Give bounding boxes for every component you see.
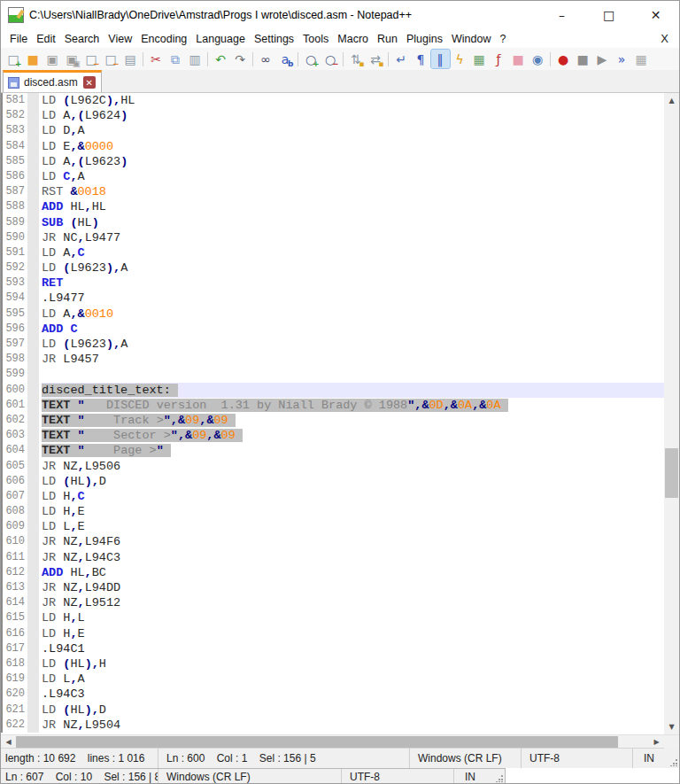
word-wrap-icon[interactable]: ↵ <box>392 50 411 68</box>
new-file-icon[interactable]: □+ <box>4 50 23 68</box>
code-text[interactable]: LD A,(L9624) <box>42 108 664 123</box>
show-all-characters-icon[interactable]: ¶ <box>412 50 430 68</box>
code-text[interactable]: TEXT " Sector >",&09,&09 <box>42 428 664 443</box>
code-text[interactable]: LD L,A <box>42 671 664 687</box>
save-icon[interactable]: ▣ <box>43 50 62 68</box>
code-text[interactable]: LD H,C <box>42 489 664 504</box>
sync-vertical-scroll-icon[interactable]: ⇅▪ <box>347 50 366 68</box>
code-text[interactable] <box>42 367 664 382</box>
code-line[interactable]: 610JR NZ,L94F6 <box>1 534 664 549</box>
menu-item-view[interactable]: View <box>104 31 136 47</box>
code-line[interactable]: 591LD A,C <box>1 245 664 260</box>
tab-disced-asm[interactable]: disced.asm ✕ <box>3 70 102 92</box>
define-language-icon[interactable]: ϟ <box>451 50 469 68</box>
menu-item-run[interactable]: Run <box>373 31 402 47</box>
code-line[interactable]: 606LD (HL),D <box>1 474 664 489</box>
code-line[interactable]: 614JR NZ,L9512 <box>1 595 664 610</box>
code-text[interactable]: LD (L9623),A <box>42 260 664 276</box>
editor-area[interactable]: 581LD (L962C),HL582LD A,(L9624)583LD D,A… <box>1 93 679 734</box>
replace-icon[interactable]: ab <box>276 50 295 68</box>
code-text[interactable]: LD (L962C),HL <box>42 93 664 108</box>
code-text[interactable]: LD H,E <box>42 504 664 519</box>
code-line[interactable]: 593RET <box>1 276 664 291</box>
function-list-icon[interactable]: ƒ <box>490 50 508 68</box>
code-text[interactable]: JR NC,L9477 <box>42 230 664 245</box>
menu-item-macro[interactable]: Macro <box>333 31 373 47</box>
maximize-button[interactable]: □ <box>585 1 632 29</box>
code-text[interactable]: TEXT " DISCED version 1.31 by Niall Brad… <box>42 398 664 413</box>
code-text[interactable]: RST &0018 <box>42 184 664 199</box>
menu-item-file[interactable]: File <box>5 31 32 47</box>
code-line[interactable]: 622JR NZ,L9504 <box>1 718 664 733</box>
code-line[interactable]: 612ADD HL,BC <box>1 565 664 580</box>
horizontal-scrollbar[interactable]: ◀ ▶ <box>1 734 679 748</box>
code-text[interactable]: LD (HL),H <box>42 656 664 671</box>
menu-item-plugins[interactable]: Plugins <box>402 31 447 47</box>
macro-record-icon[interactable]: ● <box>554 50 573 68</box>
menu-item-tools[interactable]: Tools <box>298 31 333 47</box>
code-text[interactable]: JR NZ,L94DD <box>42 580 664 595</box>
code-line[interactable]: 605JR NZ,L9506 <box>1 459 664 474</box>
code-line[interactable]: 581LD (L962C),HL <box>1 93 664 108</box>
code-line[interactable]: 600disced_title_text: <box>1 383 664 398</box>
horizontal-scroll-thumb[interactable] <box>16 736 618 748</box>
code-line[interactable]: 601TEXT " DISCED version 1.31 by Niall B… <box>1 398 664 413</box>
zoom-out-icon[interactable]: ○− <box>321 50 340 68</box>
resize-grip[interactable] <box>669 758 677 766</box>
monitoring-eye-icon[interactable]: ◉ <box>529 50 547 68</box>
code-line[interactable]: 585LD A,(L9623) <box>1 154 664 169</box>
code-text[interactable]: LD A,(L9623) <box>42 154 664 169</box>
menu-item-edit[interactable]: Edit <box>32 31 60 47</box>
macro-stop-icon[interactable]: ■ <box>574 50 592 68</box>
redo-icon[interactable]: ↷ <box>231 50 250 68</box>
zoom-in-icon[interactable]: ○+ <box>302 50 321 68</box>
code-text[interactable]: .L9477 <box>42 291 664 306</box>
save-all-icon[interactable]: ▣▣ <box>63 50 81 68</box>
code-text[interactable]: .L94C3 <box>42 687 664 702</box>
code-text[interactable]: TEXT " Track >",&09,&09 <box>42 413 664 428</box>
code-text[interactable]: JR NZ,L9504 <box>42 718 664 733</box>
code-text[interactable]: LD H,E <box>42 626 664 641</box>
close-all-icon[interactable]: □− <box>102 50 120 68</box>
code-line[interactable]: 597LD (L9623),A <box>1 337 664 352</box>
code-line[interactable]: 586LD C,A <box>1 169 664 184</box>
code-line[interactable]: 592LD (L9623),A <box>1 260 664 276</box>
code-line[interactable]: 590JR NC,L9477 <box>1 230 664 245</box>
code-line[interactable]: 599 <box>1 367 664 382</box>
code-line[interactable]: 603TEXT " Sector >",&09,&09 <box>1 428 664 443</box>
code-line[interactable]: 616LD H,E <box>1 626 664 641</box>
open-file-icon[interactable]: ■ <box>24 50 42 68</box>
code-text[interactable]: ADD C <box>42 322 664 337</box>
undo-icon[interactable]: ↶ <box>212 50 230 68</box>
menu-item-encoding[interactable]: Encoding <box>136 31 191 47</box>
secondary-resize-grip[interactable] <box>495 774 503 782</box>
code-line[interactable]: 611JR NZ,L94C3 <box>1 550 664 565</box>
code-line[interactable]: 596ADD C <box>1 322 664 337</box>
code-text[interactable]: LD L,E <box>42 519 664 534</box>
code-text[interactable]: LD (HL),D <box>42 702 664 718</box>
scroll-left-arrow[interactable]: ◀ <box>1 735 16 749</box>
code-line[interactable]: 595LD A,&0010 <box>1 307 664 322</box>
code-text[interactable]: JR L9457 <box>42 352 664 367</box>
code-line[interactable]: 583LD D,A <box>1 123 664 138</box>
macro-run-multiple-icon[interactable]: » <box>613 50 631 68</box>
code-line[interactable]: 613JR NZ,L94DD <box>1 580 664 595</box>
code-line[interactable]: 608LD H,E <box>1 504 664 519</box>
code-line[interactable]: 584LD E,&0000 <box>1 139 664 154</box>
menu-item-search[interactable]: Search <box>60 31 104 47</box>
tab-close-icon[interactable]: ✕ <box>83 76 96 89</box>
code-text[interactable]: ADD HL,HL <box>42 199 664 214</box>
code-text[interactable]: JR NZ,L94F6 <box>42 534 664 549</box>
scroll-down-arrow[interactable]: ▼ <box>664 719 679 734</box>
code-text[interactable]: LD A,C <box>42 245 664 260</box>
macro-save-icon[interactable]: ▦ <box>632 50 651 68</box>
menu-item-settings[interactable]: Settings <box>250 31 298 47</box>
cut-icon[interactable]: ✂ <box>147 50 166 68</box>
code-line[interactable]: 620.L94C3 <box>1 687 664 702</box>
print-icon[interactable]: ▤ <box>121 50 140 68</box>
code-text[interactable]: JR NZ,L9512 <box>42 595 664 610</box>
code-text[interactable]: LD E,&0000 <box>42 139 664 154</box>
code-text[interactable]: RET <box>42 276 664 291</box>
code-text[interactable]: TEXT " Page >" <box>42 443 664 458</box>
code-text[interactable]: LD H,L <box>42 610 664 625</box>
